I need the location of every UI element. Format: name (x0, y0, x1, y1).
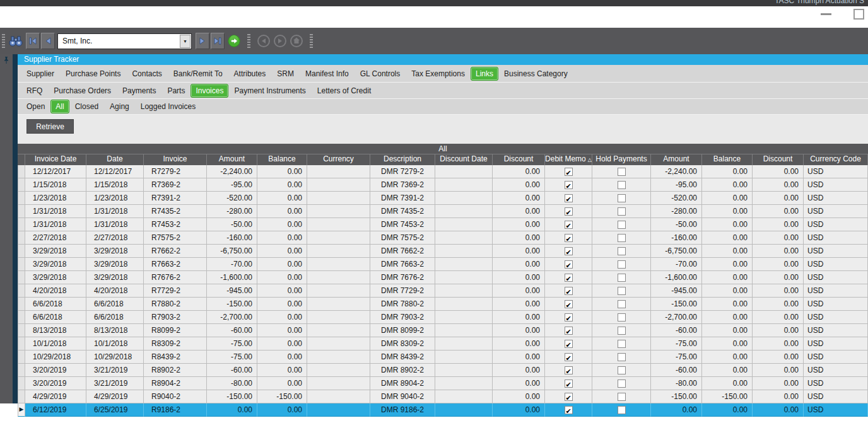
column-header-balance-5[interactable]: Balance (257, 154, 307, 165)
toolbar-grip[interactable] (247, 33, 250, 49)
column-header-balance-13[interactable]: Balance (702, 154, 753, 165)
tab-open[interactable]: Open (21, 100, 50, 113)
table-row[interactable]: 3/20/20193/21/2019R8902-2-60.000.00DMR 8… (18, 364, 868, 377)
column-header-amount-12[interactable]: Amount (651, 154, 702, 165)
hold-payments-checkbox[interactable] (618, 194, 626, 202)
debit-memo-checkbox[interactable] (565, 207, 573, 216)
debit-memo-checkbox[interactable] (565, 194, 573, 202)
table-row[interactable]: 2/27/20182/27/2018R7575-2-160.000.00DMR … (18, 231, 868, 245)
find-button[interactable] (9, 33, 23, 49)
toolbar-grip[interactable] (310, 33, 313, 49)
record-selector[interactable]: Smt, Inc. ▼ (57, 33, 192, 49)
table-row[interactable]: ▶6/12/20196/25/2019R9186-20.000.00DMR 91… (18, 403, 868, 417)
table-row[interactable]: 3/29/20183/29/2018R7662-2-6,750.000.00DM… (18, 245, 868, 258)
debit-memo-checkbox[interactable] (565, 313, 573, 322)
retrieve-button[interactable]: Retrieve (26, 119, 74, 134)
tab-tax-exemptions[interactable]: Tax Exemptions (406, 67, 471, 80)
debit-memo-checkbox[interactable] (565, 327, 573, 335)
hold-payments-checkbox[interactable] (618, 234, 626, 242)
tab-srm[interactable]: SRM (271, 67, 300, 80)
toolbar-grip[interactable] (2, 33, 5, 49)
table-row[interactable]: 10/29/201810/29/2018R8439-2-75.000.00DMR… (18, 351, 868, 364)
table-row[interactable]: 3/20/20193/21/2019R8904-2-80.000.00DMR 8… (18, 377, 868, 390)
pin-icon[interactable] (3, 56, 10, 64)
column-header-date-2[interactable]: Date (86, 154, 144, 165)
table-row[interactable]: 3/29/20183/29/2018R7676-2-1,600.000.00DM… (18, 271, 868, 284)
debit-memo-checkbox[interactable] (565, 221, 573, 229)
hold-payments-checkbox[interactable] (618, 327, 626, 335)
hold-payments-checkbox[interactable] (618, 340, 626, 348)
chevron-down-icon[interactable]: ▼ (180, 35, 191, 48)
column-header-amount-4[interactable]: Amount (207, 154, 257, 165)
column-header-currency-code-15[interactable]: Currency Code (804, 154, 868, 165)
go-button[interactable] (227, 34, 241, 48)
maximize-button[interactable] (853, 9, 864, 20)
debit-memo-checkbox[interactable] (565, 300, 573, 308)
forward-button[interactable] (273, 34, 287, 48)
hold-payments-checkbox[interactable] (618, 181, 626, 189)
hold-payments-checkbox[interactable] (618, 313, 626, 322)
debit-memo-checkbox[interactable] (565, 168, 573, 176)
debit-memo-checkbox[interactable] (565, 260, 573, 269)
column-header-description-7[interactable]: Description (370, 154, 435, 165)
debit-memo-checkbox[interactable] (565, 393, 573, 401)
home-button[interactable] (290, 34, 303, 48)
tab-links[interactable]: Links (471, 67, 498, 81)
hold-payments-checkbox[interactable] (618, 393, 626, 401)
debit-memo-checkbox[interactable] (565, 181, 573, 189)
tab-closed[interactable]: Closed (69, 100, 104, 113)
tab-supplier[interactable]: Supplier (21, 67, 60, 80)
column-header-discount-9[interactable]: Discount (493, 154, 545, 165)
hold-payments-checkbox[interactable] (618, 287, 626, 295)
table-row[interactable]: 12/12/201712/12/2017R7279-2-2,240.000.00… (18, 165, 868, 178)
tab-contacts[interactable]: Contacts (126, 67, 167, 80)
table-row[interactable]: 4/29/20194/29/2019R9040-2-150.00-150.00D… (18, 390, 868, 403)
tab-aging[interactable]: Aging (104, 100, 135, 113)
tab-business-category[interactable]: Business Category (498, 67, 573, 80)
tab-payments[interactable]: Payments (117, 84, 161, 97)
first-record-button[interactable] (26, 33, 40, 49)
next-record-button[interactable] (196, 33, 209, 49)
debit-memo-checkbox[interactable] (565, 274, 573, 282)
tab-attributes[interactable]: Attributes (228, 67, 272, 80)
table-row[interactable]: 1/31/20181/31/2018R7435-2-280.000.00DMR … (18, 205, 868, 218)
table-row[interactable]: 6/6/20186/6/2018R7880-2-150.000.00DMR 78… (18, 298, 868, 311)
hold-payments-checkbox[interactable] (618, 274, 626, 282)
debit-memo-checkbox[interactable] (565, 287, 573, 295)
column-header-invoice-date-1[interactable]: Invoice Date (25, 154, 86, 165)
tab-purchase-points[interactable]: Purchase Points (60, 67, 126, 80)
column-header-discount-14[interactable]: Discount (753, 154, 804, 165)
tab-invoices[interactable]: Invoices (191, 84, 228, 98)
tab-all[interactable]: All (50, 100, 69, 113)
tab-parts[interactable]: Parts (161, 84, 191, 97)
column-header-invoice-3[interactable]: Invoice (144, 154, 207, 165)
hold-payments-checkbox[interactable] (618, 260, 626, 269)
debit-memo-checkbox[interactable] (565, 340, 573, 348)
tab-payment-instruments[interactable]: Payment Instruments (228, 84, 311, 97)
hold-payments-checkbox[interactable] (618, 366, 626, 374)
hold-payments-checkbox[interactable] (618, 221, 626, 229)
debit-memo-checkbox[interactable] (565, 247, 573, 255)
debit-memo-checkbox[interactable] (565, 353, 573, 361)
debit-memo-checkbox[interactable] (565, 380, 573, 388)
table-row[interactable]: 4/20/20184/20/2018R7729-2-945.000.00DMR … (18, 284, 868, 298)
table-row[interactable]: 8/13/20188/13/2018R8099-2-60.000.00DMR 8… (18, 324, 868, 337)
column-header-currency-6[interactable]: Currency (307, 154, 370, 165)
hold-payments-checkbox[interactable] (618, 207, 626, 216)
hold-payments-checkbox[interactable] (618, 168, 626, 176)
tab-logged-invoices[interactable]: Logged Invoices (135, 100, 201, 113)
tab-manifest-info[interactable]: Manifest Info (300, 67, 355, 80)
column-header-hold-payments-11[interactable]: Hold Payments (592, 154, 651, 165)
hold-payments-checkbox[interactable] (618, 406, 626, 414)
table-row[interactable]: 3/29/20183/29/2018R7663-2-70.000.00DMR 7… (18, 258, 868, 271)
debit-memo-checkbox[interactable] (565, 406, 573, 414)
previous-record-button[interactable] (41, 33, 55, 49)
tab-bank-remit-to[interactable]: Bank/Remit To (168, 67, 228, 80)
table-row[interactable]: 10/1/201810/1/2018R8309-2-75.000.00DMR 8… (18, 337, 868, 351)
hold-payments-checkbox[interactable] (618, 380, 626, 388)
tab-gl-controls[interactable]: GL Controls (355, 67, 406, 80)
debit-memo-checkbox[interactable] (565, 234, 573, 242)
column-header-debit-memo-10[interactable]: Debit Memo△ (545, 154, 592, 165)
last-record-button[interactable] (211, 33, 225, 49)
back-button[interactable] (257, 34, 271, 48)
